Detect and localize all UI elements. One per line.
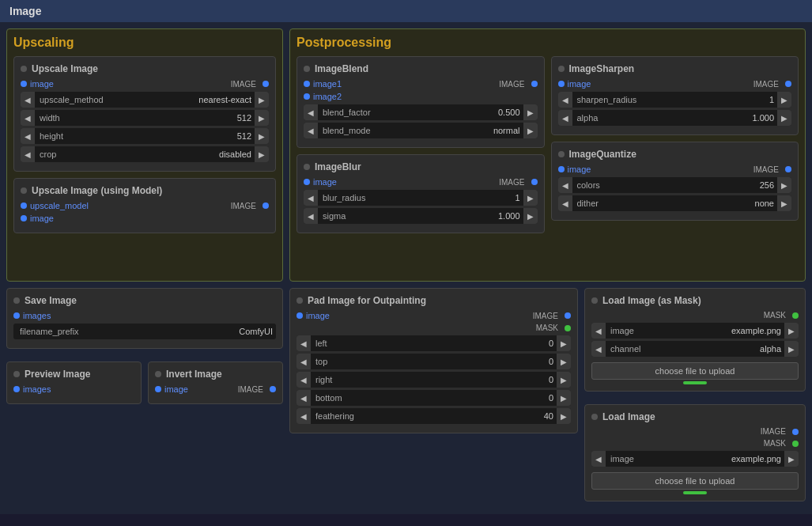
- colors-right-btn[interactable]: ▶: [777, 177, 791, 193]
- pad-left-spinner[interactable]: ◀ left 0 ▶: [296, 335, 571, 351]
- sharpen-radius-right-btn[interactable]: ▶: [777, 92, 791, 108]
- height-left-btn[interactable]: ◀: [21, 128, 35, 144]
- width-spinner[interactable]: ◀ width 512 ▶: [21, 110, 269, 126]
- sharpen-radius-spinner[interactable]: ◀ sharpen_radius 1 ▶: [558, 92, 792, 108]
- colors-left-btn[interactable]: ◀: [558, 177, 572, 193]
- height-spinner[interactable]: ◀ height 512 ▶: [21, 128, 269, 144]
- blend-mode-spinner[interactable]: ◀ blend_mode normal ▶: [304, 123, 538, 138]
- pad-right-left-btn[interactable]: ◀: [296, 372, 311, 388]
- dither-right-btn[interactable]: ▶: [777, 195, 791, 211]
- save-images-label: images: [23, 311, 70, 320]
- quantize-out-dot: [785, 166, 791, 172]
- blur-radius-label: blur_radius: [318, 193, 515, 202]
- pad-left-left-btn[interactable]: ◀: [296, 335, 311, 351]
- load-image-title: Load Image: [602, 411, 655, 422]
- alpha-spinner[interactable]: ◀ alpha 1.000 ▶: [558, 110, 792, 126]
- sharpen-radius-left-btn[interactable]: ◀: [558, 92, 572, 108]
- crop-spinner[interactable]: ◀ crop disabled ▶: [21, 146, 269, 162]
- load-image-dot: [591, 414, 598, 420]
- save-title: Save Image: [25, 295, 77, 306]
- pad-bottom-spinner[interactable]: ◀ bottom 0 ▶: [296, 390, 571, 406]
- pad-right-spinner[interactable]: ◀ right 0 ▶: [296, 372, 571, 388]
- pad-top-left-btn[interactable]: ◀: [296, 354, 311, 369]
- method-right-btn[interactable]: ▶: [255, 92, 269, 108]
- feathering-right-btn[interactable]: ▶: [557, 408, 571, 424]
- pad-right-right-btn[interactable]: ▶: [557, 372, 571, 388]
- blur-radius-right-btn[interactable]: ▶: [523, 190, 538, 206]
- image-sharpen-node: ImageSharpen image IMAGE ◀ sharpen_radiu…: [551, 56, 799, 135]
- image2-dot: [304, 93, 310, 100]
- crop-label: crop: [35, 149, 219, 159]
- mask-upload-button[interactable]: choose file to upload: [591, 362, 799, 380]
- blur-dot: [304, 164, 310, 170]
- model-out-dot: [262, 202, 269, 209]
- height-value: 512: [237, 131, 251, 141]
- pad-bottom-right-btn[interactable]: ▶: [557, 390, 571, 406]
- alpha-left-btn[interactable]: ◀: [558, 110, 572, 126]
- filename-spinner[interactable]: filename_prefix ComfyUI: [13, 324, 276, 339]
- dither-left-btn[interactable]: ◀: [558, 195, 572, 211]
- feathering-spinner[interactable]: ◀ feathering 40 ▶: [296, 408, 571, 424]
- pad-top-right-btn[interactable]: ▶: [557, 354, 571, 369]
- mask-channel-right-btn[interactable]: ▶: [784, 341, 799, 357]
- height-right-btn[interactable]: ▶: [255, 128, 269, 144]
- blur-out-dot: [531, 179, 538, 185]
- method-left-btn[interactable]: ◀: [21, 92, 35, 108]
- image-blur-node: ImageBlur image IMAGE ◀ blur_radius 1: [296, 154, 545, 233]
- sigma-right-btn[interactable]: ▶: [523, 208, 538, 224]
- width-right-btn[interactable]: ▶: [255, 110, 269, 126]
- sigma-label: sigma: [318, 211, 498, 221]
- mask-channel-field[interactable]: ◀ channel alpha ▶: [591, 341, 799, 357]
- invert-dot: [155, 371, 161, 377]
- blend-factor-right-btn[interactable]: ▶: [523, 104, 538, 120]
- image1-label: image1: [313, 79, 361, 89]
- model-badge: IMAGE: [231, 202, 256, 210]
- pad-bottom-left-btn[interactable]: ◀: [296, 390, 311, 406]
- blend-mode-left-btn[interactable]: ◀: [304, 123, 318, 138]
- mask-image-left-btn[interactable]: ◀: [591, 323, 606, 339]
- preview-dot: [13, 371, 20, 377]
- blend-factor-left-btn[interactable]: ◀: [304, 104, 318, 120]
- mask-image-right-btn[interactable]: ▶: [784, 323, 799, 339]
- pad-right-label: right: [311, 375, 549, 384]
- upscale-model-title: Upscale Image (using Model): [32, 185, 162, 196]
- mask-image-field[interactable]: ◀ image example.png ▶: [591, 323, 799, 339]
- blend-mode-right-btn[interactable]: ▶: [523, 123, 538, 138]
- method-spinner[interactable]: ◀ upscale_method nearest-exact ▶: [21, 92, 269, 108]
- load-image-left-btn[interactable]: ◀: [591, 451, 606, 467]
- blend-factor-spinner[interactable]: ◀ blend_factor 0.500 ▶: [304, 104, 538, 120]
- load-image-value: example.png: [731, 454, 781, 464]
- feathering-left-btn[interactable]: ◀: [296, 408, 311, 424]
- invert-out-dot: [270, 386, 276, 392]
- load-image-field[interactable]: ◀ image example.png ▶: [591, 451, 799, 467]
- colors-spinner[interactable]: ◀ colors 256 ▶: [558, 177, 792, 193]
- mask-channel-left-btn[interactable]: ◀: [591, 341, 606, 357]
- sigma-left-btn[interactable]: ◀: [304, 208, 318, 224]
- blur-radius-spinner[interactable]: ◀ blur_radius 1 ▶: [304, 190, 538, 206]
- alpha-label: alpha: [572, 113, 753, 123]
- pad-dot: [296, 297, 303, 304]
- sharpen-dot: [558, 66, 565, 72]
- load-image-upload-button[interactable]: choose file to upload: [591, 472, 799, 490]
- crop-value: disabled: [219, 149, 251, 159]
- width-left-btn[interactable]: ◀: [21, 110, 35, 126]
- alpha-right-btn[interactable]: ▶: [777, 110, 791, 126]
- pad-left-label: left: [311, 339, 549, 348]
- sharpen-image-badge: IMAGE: [753, 80, 779, 89]
- load-image-right-btn[interactable]: ▶: [784, 451, 799, 467]
- sigma-spinner[interactable]: ◀ sigma 1.000 ▶: [304, 208, 538, 224]
- pad-left-right-btn[interactable]: ▶: [557, 335, 571, 351]
- invert-image-label: image: [164, 384, 212, 394]
- sharpen-image-label: image: [568, 79, 615, 89]
- crop-left-btn[interactable]: ◀: [21, 146, 35, 162]
- dither-spinner[interactable]: ◀ dither none ▶: [558, 195, 792, 211]
- blur-image-label: image: [313, 177, 361, 187]
- invert-image-dot: [155, 386, 161, 392]
- crop-right-btn[interactable]: ▶: [255, 146, 269, 162]
- image-badge: IMAGE: [231, 80, 256, 89]
- pad-top-spinner[interactable]: ◀ top 0 ▶: [296, 354, 571, 369]
- load-mask-badge: MASK: [764, 311, 786, 320]
- blur-radius-left-btn[interactable]: ◀: [304, 190, 318, 206]
- colors-value: 256: [760, 180, 774, 190]
- image-quantize-node: ImageQuantize image IMAGE ◀ colors 256: [551, 142, 799, 221]
